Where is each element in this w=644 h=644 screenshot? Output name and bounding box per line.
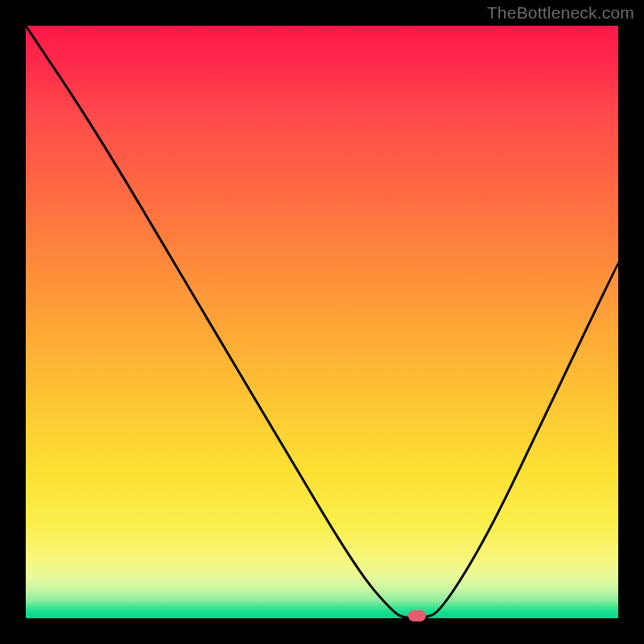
watermark-text: TheBottleneck.com xyxy=(487,3,634,23)
plot-area xyxy=(26,26,618,618)
bottleneck-curve xyxy=(26,26,618,618)
optimal-marker xyxy=(408,610,426,621)
chart-frame: TheBottleneck.com xyxy=(0,0,644,644)
curve-path xyxy=(26,26,618,618)
